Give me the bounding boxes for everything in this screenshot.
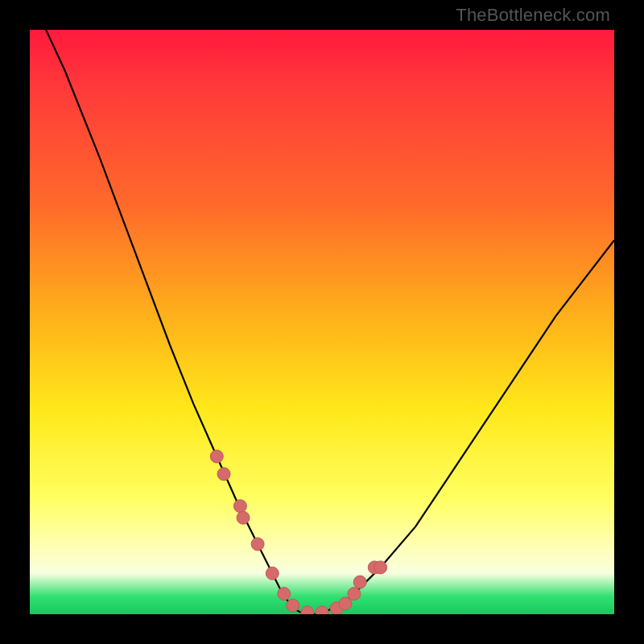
plot-background [30,30,614,614]
attribution-text: TheBottleneck.com [456,5,610,26]
chart-frame: TheBottleneck.com [0,0,644,644]
